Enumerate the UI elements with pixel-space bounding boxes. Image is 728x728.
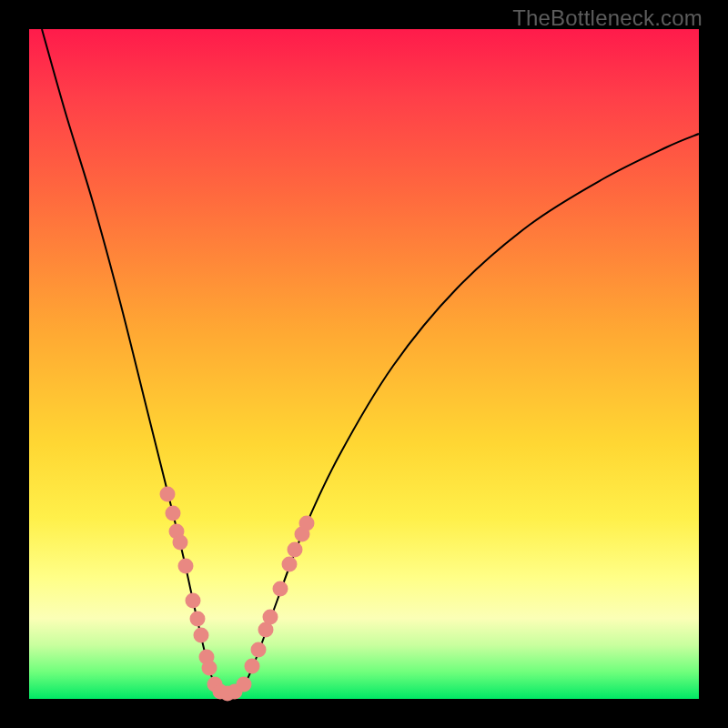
chart-svg bbox=[29, 29, 699, 699]
watermark-text: TheBottleneck.com bbox=[512, 5, 703, 31]
sample-dot bbox=[251, 642, 267, 658]
sample-dot bbox=[160, 487, 176, 502]
bottleneck-curve bbox=[42, 29, 699, 695]
sample-dot bbox=[263, 610, 278, 625]
sample-dot bbox=[237, 677, 252, 693]
sample-dot bbox=[190, 612, 206, 627]
sample-dot bbox=[299, 516, 315, 531]
sample-dot bbox=[288, 542, 303, 558]
plot-area bbox=[29, 29, 699, 699]
sample-dot bbox=[166, 506, 181, 521]
sample-dot bbox=[173, 535, 188, 551]
sample-dot bbox=[282, 557, 298, 572]
sample-dot bbox=[245, 659, 260, 674]
sample-dot bbox=[202, 661, 217, 676]
sample-dot bbox=[178, 559, 194, 574]
chart-frame: TheBottleneck.com bbox=[0, 0, 728, 728]
sample-dot bbox=[194, 628, 209, 643]
sample-dot bbox=[273, 581, 288, 597]
sample-dot bbox=[186, 593, 201, 609]
sample-dots-group bbox=[160, 487, 315, 702]
